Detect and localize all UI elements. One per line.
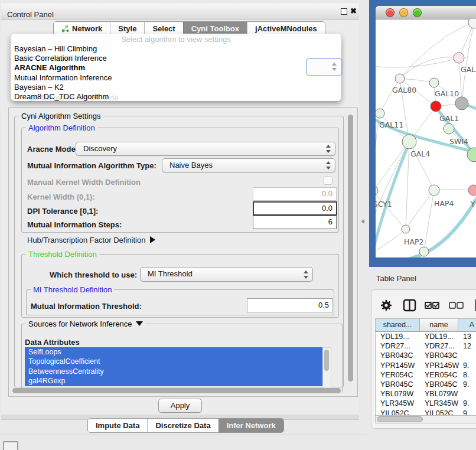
mi-type-select[interactable]: Naive Bayes bbox=[162, 158, 335, 172]
table-toolbar-icons bbox=[380, 298, 476, 314]
table-cell: YBR043C bbox=[376, 351, 424, 360]
column-header-a[interactable]: A bbox=[458, 319, 476, 332]
network-window[interactable]: GALGAL80GAL10GAL1GAL11SWI4GAL4GCY1HAP4YH… bbox=[376, 6, 476, 257]
algorithm-dropdown-popup: Inference Algorithm gal-filtered sif def… bbox=[11, 34, 341, 101]
tab-label: Infer Network bbox=[227, 421, 276, 430]
network-edge[interactable] bbox=[406, 142, 409, 229]
attribute-item-betweennesscentrality[interactable]: BetweennessCentrality bbox=[25, 367, 322, 376]
network-edge[interactable] bbox=[380, 79, 400, 113]
maximize-window-icon[interactable] bbox=[413, 8, 422, 17]
splitpane-collapse-icon[interactable] bbox=[361, 219, 364, 224]
kernel-width-field[interactable]: 0.0 bbox=[253, 187, 337, 201]
mi-steps-field[interactable]: 6 bbox=[253, 216, 337, 229]
table-row[interactable]: YBL079WYBL079W bbox=[376, 389, 476, 399]
mi-threshold-field[interactable]: 0.5 bbox=[247, 298, 333, 312]
settings-vertical-scrollbar[interactable] bbox=[347, 110, 354, 393]
table-cell: 9. bbox=[458, 361, 476, 370]
popup-placeholder: Select algorithm to view settings bbox=[11, 35, 341, 44]
minimize-window-icon[interactable] bbox=[399, 8, 408, 17]
network-node[interactable] bbox=[431, 101, 441, 112]
network-node[interactable] bbox=[468, 185, 476, 195]
unchecked-boxes-icon[interactable] bbox=[449, 302, 463, 308]
network-canvas[interactable]: GALGAL80GAL10GAL1GAL11SWI4GAL4GCY1HAP4YH… bbox=[376, 19, 476, 257]
network-edge[interactable] bbox=[406, 190, 434, 229]
table-horizontal-scrollbar[interactable] bbox=[375, 415, 476, 423]
network-node[interactable] bbox=[468, 19, 476, 28]
float-panel-icon[interactable] bbox=[341, 8, 347, 15]
panel-mini-icon[interactable] bbox=[3, 441, 18, 450]
mi-threshold-label: Mutual Information Threshold: bbox=[31, 302, 142, 311]
dpi-tolerance-field[interactable]: 0.0 bbox=[253, 201, 337, 216]
table-cell: YDL19... bbox=[376, 332, 424, 341]
algorithm-option-bayesian-hill-climbing[interactable]: Bayesian – Hill Climbing bbox=[14, 44, 338, 54]
algorithm-option-basic-correlation-inference[interactable]: Basic Correlation Inference bbox=[14, 54, 338, 63]
network-node[interactable] bbox=[395, 74, 405, 83]
network-window-titlebar[interactable] bbox=[376, 6, 476, 19]
gear-icon[interactable] bbox=[381, 300, 392, 311]
network-node[interactable] bbox=[419, 247, 429, 256]
network-edge[interactable] bbox=[424, 190, 434, 252]
table-cell: YER054C bbox=[420, 370, 462, 380]
close-panel-icon[interactable]: ✖ bbox=[350, 6, 357, 15]
which-threshold-select[interactable]: MI Threshold bbox=[140, 267, 313, 282]
network-node[interactable] bbox=[454, 53, 464, 63]
table-row[interactable]: YLR345WYLR345W9. bbox=[376, 399, 476, 408]
column-header-shared[interactable]: shared... bbox=[376, 319, 420, 332]
node-label-gal4: GAL4 bbox=[410, 149, 430, 158]
table-row[interactable]: YPR145WYPR145W9. bbox=[376, 361, 476, 370]
table-panel-title: Table Panel bbox=[376, 274, 416, 283]
mi-threshold-value: 0.5 bbox=[247, 299, 332, 309]
table-cell: YBL079W bbox=[376, 389, 424, 399]
network-icon bbox=[61, 25, 69, 32]
table-row[interactable]: YBR043CYBR043C bbox=[376, 351, 476, 360]
network-node[interactable] bbox=[429, 78, 439, 87]
tab-infer-network[interactable]: Infer Network bbox=[219, 419, 283, 432]
settings-horizontal-scrollbar[interactable] bbox=[11, 387, 345, 394]
algorithm-option-dream8-dc-tdc-algorithm[interactable]: Dream8 DC_TDC Algorithm bbox=[14, 92, 338, 102]
table-row[interactable]: YBR045CYBR045C9. bbox=[376, 380, 476, 389]
aracne-mode-label: Aracne Mode: bbox=[27, 145, 78, 154]
attribute-item-gal4rgexp[interactable]: gal4RGexp bbox=[25, 376, 322, 386]
kernel-width-label: Kernel Width (0,1): bbox=[27, 193, 95, 201]
network-edge[interactable] bbox=[400, 79, 434, 83]
mi-type-label: Mutual Information Algorithm Type: bbox=[27, 161, 157, 170]
attribute-item-selfloops[interactable]: SelfLoops bbox=[25, 347, 322, 357]
split-column-icon[interactable] bbox=[404, 300, 415, 311]
network-edge[interactable] bbox=[462, 22, 474, 103]
column-header-name[interactable]: name bbox=[420, 319, 458, 332]
checked-boxes-icon[interactable] bbox=[425, 302, 439, 308]
node-label-hap4: HAP4 bbox=[434, 199, 454, 208]
network-node[interactable] bbox=[455, 97, 468, 110]
node-attribute-table[interactable]: shared...nameAYDL19...YDL19...13YDR27...… bbox=[375, 318, 476, 416]
network-node[interactable] bbox=[429, 185, 439, 195]
network-node[interactable] bbox=[402, 225, 410, 233]
manual-kernel-checkbox[interactable] bbox=[324, 176, 332, 185]
algorithm-option-aracne-algorithm[interactable]: ARACNE Algorithm bbox=[14, 63, 338, 73]
table-row[interactable]: YDR27...YDR27...12 bbox=[376, 341, 476, 351]
mi-steps-value: 6 bbox=[253, 216, 336, 226]
network-node[interactable] bbox=[376, 186, 378, 195]
sources-toggle[interactable]: Sources for Network Inference bbox=[26, 319, 145, 328]
network-edge[interactable] bbox=[434, 190, 474, 190]
network-edge[interactable] bbox=[376, 58, 459, 67]
attribute-item-topologicalcoefficient[interactable]: TopologicalCoefficient bbox=[25, 357, 322, 366]
network-edge[interactable] bbox=[376, 229, 406, 253]
tab-discretize-data[interactable]: Discretize Data bbox=[147, 419, 218, 432]
hub-definition-toggle[interactable]: Hub/Transcription Factor Definition bbox=[27, 236, 155, 244]
stepper-icon bbox=[325, 161, 331, 169]
node-label-gal11: GAL11 bbox=[379, 120, 403, 129]
tab-impute-data[interactable]: Impute Data bbox=[88, 419, 147, 432]
apply-button[interactable]: Apply bbox=[158, 399, 202, 413]
table-row[interactable]: YER054CYER054C8. bbox=[376, 370, 476, 380]
node-label-gal: GAL bbox=[461, 65, 475, 74]
network-node[interactable] bbox=[444, 123, 454, 134]
table-row[interactable]: YDL19...YDL19...13 bbox=[376, 332, 476, 341]
network-node[interactable] bbox=[402, 135, 416, 149]
network-node[interactable] bbox=[376, 109, 384, 118]
aracne-mode-select[interactable]: Discovery bbox=[76, 142, 335, 156]
table-cell: YER054C bbox=[376, 370, 424, 380]
attributes-scrollbar[interactable] bbox=[322, 347, 331, 387]
algorithm-option-bayesian-k2[interactable]: Bayesian – K2 bbox=[14, 83, 338, 92]
algorithm-option-mutual-information-inference[interactable]: Mutual Information Inference bbox=[14, 73, 338, 83]
close-window-icon[interactable] bbox=[386, 8, 395, 17]
